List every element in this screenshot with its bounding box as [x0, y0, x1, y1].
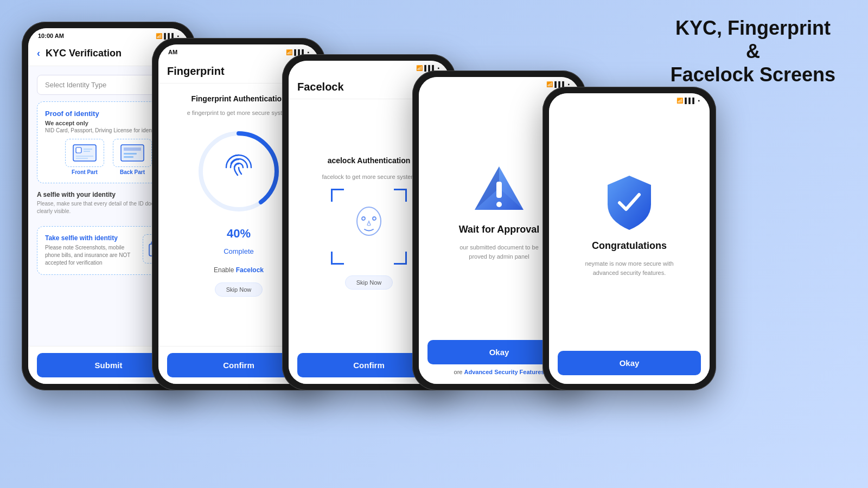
advanced-security-link[interactable]: Advanced Security Features: [464, 369, 545, 375]
back-part-icon-box: [113, 139, 152, 167]
id-card-back-icon: [120, 144, 144, 162]
time-2: AM: [168, 49, 177, 55]
front-part-icon-box: [65, 139, 104, 167]
front-part-item[interactable]: Front Part: [65, 139, 104, 175]
status-bar-3: 📶 ▌▌▌ ▪: [289, 61, 449, 73]
wifi-icon-4: 📶: [546, 81, 553, 87]
shield-check-icon: [602, 173, 656, 233]
status-icons-5: 📶 ▌▌▌ ▪: [676, 98, 700, 104]
wait-desc: our submitted document to beproved by ad…: [459, 243, 539, 261]
status-bar-4: 📶 ▌▌▌ ▪: [419, 77, 579, 89]
svg-rect-1: [76, 147, 81, 153]
kyc-screen-title: KYC Verification: [46, 48, 122, 59]
fingerprint-icon: [220, 149, 258, 194]
back-part-label: Back Part: [120, 169, 145, 175]
fingerprint-svg: [220, 149, 258, 187]
warning-triangle-icon: [469, 162, 529, 216]
fp-auth-desc: e fingerprint to get more secure system: [187, 110, 291, 116]
status-bar-1: 10:00 AM 📶 ▌▌▌ ▪: [28, 28, 189, 41]
fp-percent: 40%: [227, 227, 251, 241]
status-bar-2: AM 📶 ▌▌▌ ▪: [158, 44, 319, 57]
svg-point-18: [373, 217, 376, 220]
selfie-title: Take selfie with identity: [45, 234, 137, 242]
face-outline-icon: [347, 202, 391, 251]
face-auth-title: acelock Authentication: [328, 156, 411, 165]
okay-button-congrats[interactable]: Okay: [558, 351, 701, 375]
wifi-icon-5: 📶: [676, 98, 683, 104]
svg-rect-7: [124, 147, 141, 151]
wifi-icon-1: 📶: [156, 33, 162, 39]
back-part-item[interactable]: Back Part: [113, 139, 152, 175]
svg-rect-9: [124, 156, 133, 158]
phone-congrats-screen: 📶 ▌▌▌ ▪: [549, 93, 710, 384]
wait-title: Wait for Approval: [459, 224, 540, 235]
corner-br: [394, 252, 407, 265]
signal-icon-5: ▌▌▌: [685, 98, 696, 104]
status-bar-5: 📶 ▌▌▌ ▪: [549, 93, 710, 106]
front-part-label: Front Part: [72, 169, 98, 175]
corner-tl: [331, 189, 344, 202]
face-auth-desc: facelock to get more secure system: [322, 174, 416, 180]
svg-rect-8: [124, 153, 137, 155]
phone-congrats: 📶 ▌▌▌ ▪: [542, 87, 716, 390]
face-scan-box: [331, 189, 407, 265]
wait-link-text: ore Advanced Security Features: [454, 369, 545, 375]
fp-auth-title: Fingerprint Authentication: [191, 94, 286, 103]
id-card-front-icon: [73, 144, 97, 162]
corner-tr: [394, 189, 407, 202]
skip-now-button-fp[interactable]: Skip Now: [215, 282, 263, 297]
congrats-desc: neymate is now more secure withadvanced …: [585, 259, 673, 277]
phones-container: 10:00 AM 📶 ▌▌▌ ▪ ‹ KYC Verification Sele…: [22, 22, 716, 390]
selfie-text: Take selfie with identity Please note Sc…: [45, 234, 137, 267]
fp-complete-label: Complete: [224, 247, 254, 255]
dropdown-label: Select Identity Type: [45, 81, 106, 89]
corner-bl: [331, 252, 344, 265]
svg-point-17: [362, 217, 365, 220]
wifi-icon-3: 📶: [416, 65, 423, 71]
svg-point-23: [496, 202, 502, 207]
back-arrow-icon[interactable]: ‹: [37, 48, 40, 59]
congrats-footer: Okay: [549, 344, 710, 384]
selfie-desc: Please note Screenshots, mobile phone bi…: [45, 244, 137, 267]
svg-rect-22: [496, 182, 502, 198]
skip-now-button-face[interactable]: Skip Now: [345, 275, 393, 290]
wifi-icon-2: 📶: [286, 49, 292, 55]
time-1: 10:00 AM: [38, 33, 64, 39]
facelock-link[interactable]: Facelock: [236, 266, 264, 274]
battery-icon-5: ▪: [698, 98, 700, 104]
fp-enable-text: Enable Facelock: [214, 266, 264, 274]
congrats-title: Congratulations: [592, 240, 667, 252]
fp-circle-container: [195, 128, 282, 215]
congrats-body: Congratulations neymate is now more secu…: [549, 106, 710, 344]
